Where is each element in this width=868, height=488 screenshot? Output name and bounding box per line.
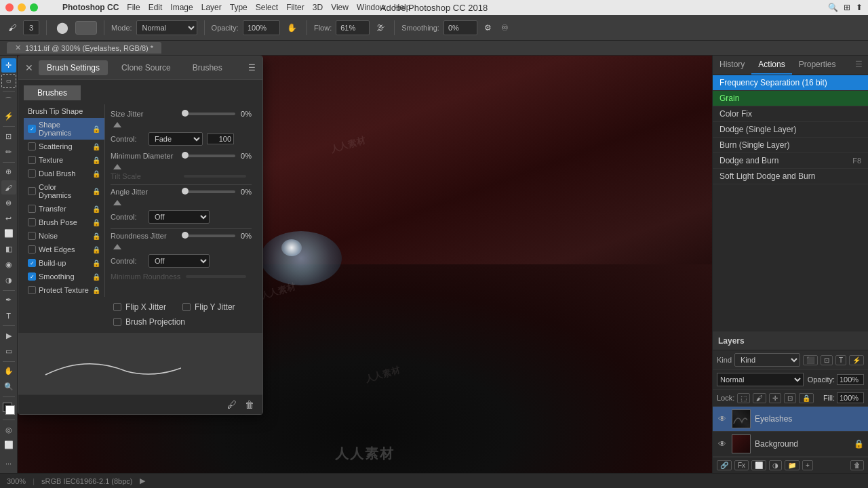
marquee-tool[interactable]: ▭ <box>1 74 16 88</box>
transfer-item[interactable]: Transfer 🔒 <box>24 202 104 216</box>
tab-properties[interactable]: Properties <box>792 56 843 75</box>
brush-proj-checkbox[interactable] <box>113 318 121 326</box>
menu-file[interactable]: File <box>127 3 140 12</box>
blur-tool[interactable]: ◉ <box>1 258 16 272</box>
brush-pose-check[interactable] <box>28 218 36 226</box>
spot-heal-tool[interactable]: ⊕ <box>1 165 16 180</box>
mask-mode-button[interactable]: ◎ <box>1 423 16 437</box>
noise-item[interactable]: Noise 🔒 <box>24 229 104 243</box>
brush-preset-button[interactable]: ⬤ <box>54 20 71 35</box>
smoothing-check[interactable]: ✓ <box>28 272 36 281</box>
wet-edges-lock[interactable]: 🔒 <box>92 246 100 253</box>
doc-close-icon[interactable]: ✕ <box>15 43 21 52</box>
screen-mode-button[interactable]: ⬜ <box>1 438 16 452</box>
menu-type[interactable]: Type <box>230 3 248 12</box>
search-icon[interactable]: 🔍 <box>828 3 838 12</box>
flip-x-checkbox[interactable] <box>113 303 121 311</box>
brush-type-button[interactable] <box>75 21 97 35</box>
maximize-button[interactable] <box>30 3 38 12</box>
flip-y-checkbox[interactable] <box>182 303 191 311</box>
menu-image[interactable]: Image <box>170 3 193 12</box>
buildup-lock[interactable]: 🔒 <box>92 260 100 267</box>
opacity-input[interactable] <box>243 20 280 35</box>
eraser-tool[interactable]: ⬜ <box>1 227 16 241</box>
wet-edges-item[interactable]: Wet Edges 🔒 <box>24 243 104 256</box>
color-swatch[interactable] <box>1 401 16 415</box>
new-group-button[interactable]: 📁 <box>785 460 800 470</box>
layer-mask-button[interactable]: ⬜ <box>751 460 766 470</box>
fill-input[interactable] <box>837 392 864 403</box>
size-jitter-slider[interactable] <box>184 113 235 115</box>
lock-transparent-button[interactable]: ⬚ <box>737 393 750 403</box>
zoom-tool[interactable]: 🔍 <box>1 380 16 394</box>
buildup-check[interactable]: ✓ <box>28 259 36 267</box>
brush-tip-shape-item[interactable]: Brush Tip Shape <box>24 104 104 118</box>
layer-eyelashes[interactable]: 👁 Eyelashes <box>713 407 868 432</box>
tab-brushes[interactable]: Brushes <box>184 60 231 75</box>
control-select-1[interactable]: FadeOffPen Pressure <box>149 132 203 146</box>
quick-select-tool[interactable]: ⚡ <box>1 109 16 123</box>
menu-view[interactable]: View <box>331 3 349 12</box>
close-button[interactable] <box>5 3 14 12</box>
action-item-color-fix[interactable]: Color Fix <box>713 106 868 122</box>
share-icon[interactable]: ⬆ <box>856 3 863 12</box>
new-layer-button[interactable]: + <box>802 460 813 470</box>
panel-menu-icon[interactable]: ☰ <box>248 63 256 73</box>
menu-select[interactable]: Select <box>256 3 278 12</box>
smoothing-lock[interactable]: 🔒 <box>92 273 100 281</box>
pen-tool[interactable]: ✒ <box>1 293 16 308</box>
blend-mode-select[interactable]: Normal <box>717 373 804 386</box>
create-new-brush-icon[interactable]: 🖋 <box>223 398 241 411</box>
lock-artboard-button[interactable]: ⊡ <box>784 393 796 403</box>
dual-brush-item[interactable]: Dual Brush 🔒 <box>24 167 104 180</box>
noise-check[interactable] <box>28 232 36 240</box>
delete-brush-icon[interactable]: 🗑 <box>241 398 258 411</box>
protect-texture-check[interactable] <box>28 286 36 294</box>
brushes-button[interactable]: Brushes <box>24 85 81 100</box>
texture-item[interactable]: Texture 🔒 <box>24 153 104 167</box>
shape-tool[interactable]: ▭ <box>1 344 16 359</box>
scattering-item[interactable]: Scattering 🔒 <box>24 140 104 153</box>
menu-layer[interactable]: Layer <box>201 3 222 12</box>
action-item-freq-sep[interactable]: Frequency Separation (16 bit) <box>713 75 868 91</box>
transfer-check[interactable] <box>28 205 36 213</box>
panel-close-button[interactable]: ✕ <box>25 62 33 73</box>
symmetry-button[interactable]: ♾ <box>498 22 511 34</box>
eyelashes-visibility-icon[interactable]: 👁 <box>717 414 728 424</box>
layers-type-icon[interactable]: T <box>835 355 846 365</box>
brush-pose-item[interactable]: Brush Pose 🔒 <box>24 216 104 229</box>
layers-smart-icon[interactable]: ⚡ <box>849 355 864 365</box>
action-item-dodge-single[interactable]: Dodge (Single Layer) <box>713 122 868 138</box>
noise-lock[interactable]: 🔒 <box>92 232 100 240</box>
layer-effects-button[interactable]: Fx <box>734 460 749 470</box>
right-panel-menu[interactable]: ☰ <box>850 56 868 75</box>
shape-dynamics-lock[interactable]: 🔒 <box>92 125 100 133</box>
canvas-area[interactable]: 人人素材 人人素材 人人素材 人人素材 人人素材 人人素材 人人素材 ✕ Bru… <box>18 56 712 473</box>
action-item-burn-single[interactable]: Burn (Single Layer) <box>713 138 868 153</box>
scattering-lock[interactable]: 🔒 <box>92 143 100 150</box>
brush-tool-active[interactable]: 🖌 <box>1 180 16 195</box>
angle-jitter-slider[interactable] <box>184 190 235 193</box>
menu-edit[interactable]: Edit <box>149 3 163 12</box>
action-item-grain[interactable]: Grain <box>713 91 868 106</box>
app-name[interactable]: Photoshop CC <box>62 3 119 12</box>
scattering-check[interactable] <box>28 142 36 150</box>
shape-dynamics-check[interactable]: ✓ <box>28 125 36 133</box>
layer-background[interactable]: 👁 Background 🔒 <box>713 432 868 457</box>
control-input-1[interactable] <box>207 134 234 144</box>
tab-actions[interactable]: Actions <box>751 56 791 75</box>
link-layers-button[interactable]: 🔗 <box>717 460 732 470</box>
mode-select[interactable]: Normal <box>136 20 197 35</box>
more-tools[interactable]: ··· <box>1 456 16 470</box>
action-item-dodge-burn[interactable]: Dodge and Burn F8 <box>713 153 868 169</box>
roundness-jitter-slider[interactable] <box>184 235 235 237</box>
protect-texture-item[interactable]: Protect Texture 🔒 <box>24 283 104 297</box>
brush-size-input[interactable] <box>23 20 39 35</box>
background-visibility-icon[interactable]: 👁 <box>717 439 728 449</box>
lock-paint-button[interactable]: 🖌 <box>753 393 766 403</box>
flow-input[interactable] <box>336 20 370 35</box>
eyedropper-tool[interactable]: ✏ <box>1 145 16 159</box>
new-fill-adjust-button[interactable]: ◑ <box>769 460 782 470</box>
color-dynamics-item[interactable]: Color Dynamics 🔒 <box>24 180 104 202</box>
lasso-tool[interactable]: ⌒ <box>1 94 16 108</box>
